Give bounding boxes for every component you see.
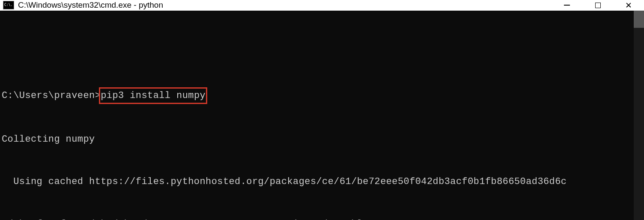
cmd-window: C:\. C:\Windows\system32\cmd.exe - pytho… — [0, 0, 644, 220]
terminal-content[interactable]: C:\Users\praveen>pip3 install numpy Coll… — [0, 11, 634, 220]
minimize-icon — [564, 5, 570, 6]
maximize-button[interactable] — [582, 0, 613, 10]
output-line: 0d9be9fc29f8505d3b9d6baa/numpy-1.16.4-cp… — [2, 217, 634, 220]
terminal-area: C:\Users\praveen>pip3 install numpy Coll… — [0, 11, 644, 220]
minimize-button[interactable] — [552, 0, 582, 10]
titlebar[interactable]: C:\. C:\Windows\system32\cmd.exe - pytho… — [0, 0, 644, 11]
output-line: Collecting numpy — [2, 132, 634, 146]
scroll-thumb[interactable] — [634, 11, 644, 28]
highlight-pip-install: pip3 install numpy — [99, 87, 207, 104]
cmd-icon-text: C:\. — [4, 3, 12, 7]
maximize-icon — [595, 3, 601, 8]
prompt-text: C:\Users\praveen> — [2, 89, 101, 103]
close-button[interactable]: ✕ — [613, 0, 644, 10]
window-controls: ✕ — [552, 0, 644, 10]
close-icon: ✕ — [625, 1, 632, 9]
titlebar-left: C:\. C:\Windows\system32\cmd.exe - pytho… — [0, 0, 552, 10]
output-line: Using cached https://files.pythonhosted.… — [2, 175, 634, 189]
command-text: pip3 install numpy — [101, 90, 206, 101]
cmd-icon: C:\. — [3, 0, 15, 10]
window-title: C:\Windows\system32\cmd.exe - python — [18, 0, 163, 10]
scrollbar[interactable] — [634, 11, 644, 220]
